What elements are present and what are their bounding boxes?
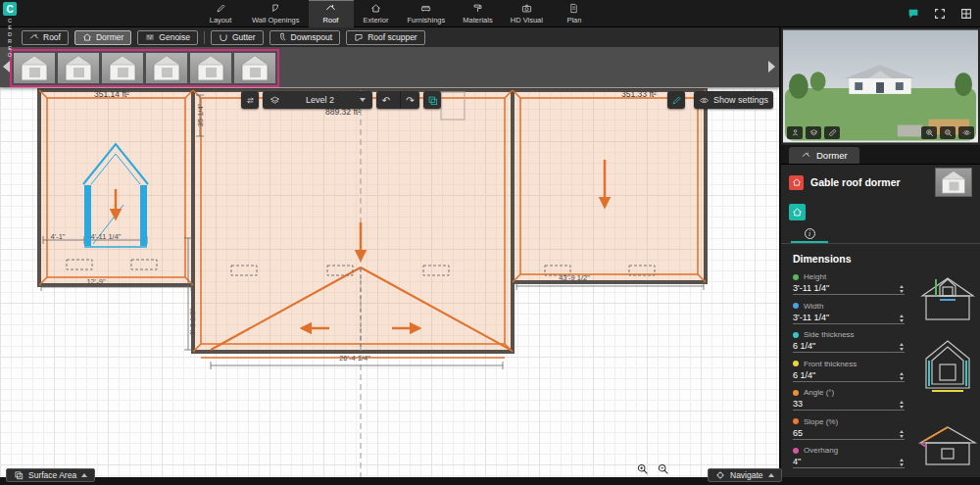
3d-preview[interactable] [783,29,978,143]
tab-furnishings[interactable]: Furnishings [399,0,455,27]
delete-dormer-button[interactable] [789,175,804,190]
walkthrough-person-icon[interactable] [787,126,803,139]
tab-materials[interactable]: Materials [454,0,501,27]
tool-roof[interactable]: Roof [22,30,69,45]
stepper-arrows[interactable] [900,459,905,466]
slope-input[interactable]: 65 [793,428,905,440]
dormer-preview-thumbnail[interactable] [935,168,972,197]
thumbnail-scroll-right[interactable] [768,61,775,73]
field-height: Height 3'-11 1/4" [793,272,905,302]
floorplan-canvas[interactable]: 351.14 ft² 889.32 ft² 351.33 ft² 35 1/4"… [0,87,779,477]
copy-level-button[interactable] [423,91,441,109]
top-bar: Layout Wall Openings Roof Exterior Furni… [0,0,980,27]
dim-label: 12'-9" [78,277,114,286]
tab-wall-openings[interactable]: Wall Openings [243,0,309,27]
dormer-thumbnail-6[interactable] [234,53,275,83]
dim-label: 4'-11 1/4" [82,232,129,241]
main-tab-bar: Layout Wall Openings Roof Exterior Furni… [198,0,597,27]
tab-hd-visual[interactable]: HD Visual [502,0,552,27]
roof-icon [801,151,811,160]
thumbnail-scroll-left[interactable] [3,61,10,73]
right-panel: Dormer Gable roof dormer i Dimensions He… [779,27,980,477]
dormer-type-button[interactable] [789,204,806,220]
height-input[interactable]: 3'-11 1/4" [793,283,905,295]
tool-genoise[interactable]: Genoise [137,30,198,45]
show-settings-button[interactable]: Show settings [694,91,773,109]
stepper-arrows[interactable] [900,285,905,293]
swap-view-button[interactable] [241,91,259,109]
logo-mark: C [3,2,17,16]
dimension-fields: Height 3'-11 1/4" Width 3'-11 1/4" Side … [793,272,979,474]
tab-info[interactable]: i [791,225,828,243]
chat-icon[interactable] [905,5,921,22]
zoom-out-icon[interactable] [657,462,669,475]
tab-roof[interactable]: Roof [309,0,354,27]
dim-label: 26'-4 1/4" [329,354,380,363]
dim-label: 43'-9 1/2" [549,273,600,282]
roof-toolbar: Roof Dormer Genoise Gutter Downspout Roo… [0,27,779,47]
roof-plan-drawing [0,87,779,477]
tool-dormer[interactable]: Dormer [74,30,131,45]
dormer-thumbnail-4[interactable] [146,53,187,83]
layers-icon[interactable] [806,126,821,139]
overhang-input[interactable]: 4" [793,457,905,468]
grid-icon[interactable] [957,5,974,22]
dormer-thumbnail-1[interactable] [14,53,55,83]
navigate-icon [715,470,725,480]
preview-eye-icon[interactable] [958,126,974,139]
stepper-arrows[interactable] [900,343,905,351]
undo-button[interactable]: ↶ [376,91,396,109]
dormer-thumbnail-2[interactable] [58,53,99,83]
level-select[interactable]: Level 2 [263,91,372,109]
tab-dormer-panel[interactable]: Dormer [789,147,859,164]
field-color-dot [793,303,799,309]
tab-label: Plan [566,16,581,24]
preview-zoom-out-icon[interactable] [940,126,956,139]
tab-plan[interactable]: Plan [552,0,597,27]
field-front-thickness: Front thickness 6 1/4" [793,360,905,389]
canvas-toolbar: Level 2 ↶ ↷ [241,91,441,109]
tool-gutter[interactable]: Gutter [211,30,264,45]
front-thickness-input[interactable]: 6 1/4" [793,370,905,382]
zoom-in-icon[interactable] [636,462,649,475]
fullscreen-icon[interactable] [931,5,948,22]
stepper-arrows[interactable] [900,372,905,380]
level-value: Level 2 [306,95,334,105]
panel-tab-bar: Dormer [781,145,980,165]
field-color-dot [793,361,799,366]
dormer-header: Gable roof dormer [781,168,980,197]
stepper-arrows[interactable] [900,401,905,409]
preview-zoom-in-icon[interactable] [921,126,937,139]
tab-label: Furnishings [408,16,446,24]
toolbar-divider [204,31,205,44]
cedreo-logo[interactable]: C CEDREO [2,2,18,59]
tab-exterior[interactable]: Exterior [354,0,399,27]
navigate-button[interactable]: Navigate [708,468,782,482]
stepper-arrows[interactable] [900,315,905,322]
edit-roof-button[interactable] [667,91,685,109]
tool-downspout[interactable]: Downspout [270,30,341,45]
dormer-thumbnail-3[interactable] [102,53,143,83]
stepper-arrows[interactable] [900,430,905,438]
chevron-up-icon [768,473,774,477]
area-label-right: 351.33 ft² [610,89,668,99]
surface-area-button[interactable]: Surface Area [6,468,95,482]
chevron-down-icon [360,98,366,102]
preview-tools-left [787,126,840,139]
redo-button[interactable]: ↷ [400,91,419,109]
angle-input[interactable]: 33 [793,399,905,411]
tab-layout[interactable]: Layout [198,0,243,27]
field-color-dot [793,332,799,338]
panel-subtab-bar: i [781,225,980,244]
tab-label: Materials [463,16,492,24]
area-label-left: 351.14 ft² [82,89,141,99]
width-input[interactable]: 3'-11 1/4" [793,313,905,324]
field-color-dot [793,448,799,454]
dormer-thumbnail-5[interactable] [190,53,231,83]
dim-label: 4'-1" [43,232,73,241]
tab-label: Roof [323,16,339,24]
side-thickness-input[interactable]: 6 1/4" [793,341,905,353]
tool-roof-scupper[interactable]: Roof scupper [346,30,425,45]
dormer-category-highlight [10,49,279,87]
ruler-icon[interactable] [824,126,840,139]
